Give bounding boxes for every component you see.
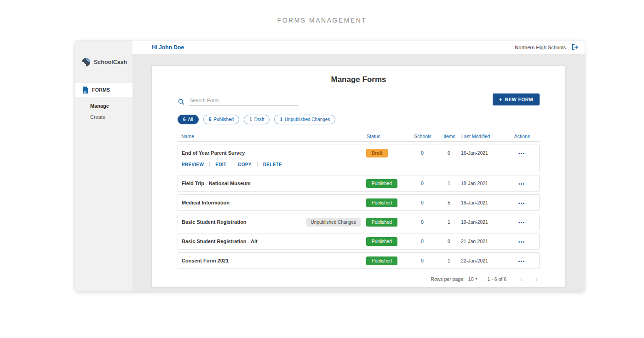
form-name: Consent Form 2021 — [182, 258, 229, 263]
app-window: SchoolCash FORMS Manage Create Hi John D… — [75, 41, 585, 291]
preview-button[interactable]: PREVIEW — [182, 162, 204, 167]
action-divider — [209, 162, 210, 167]
main-column: Hi John Doe Northern High Schools Manage… — [132, 41, 585, 291]
chip-count: 5 — [209, 117, 212, 122]
name-cell: Consent Form 2021 — [182, 258, 366, 263]
schools-count: 0 — [408, 181, 437, 186]
edit-button[interactable]: EDIT — [215, 162, 226, 167]
form-name: Field Trip - National Museum — [182, 181, 251, 186]
row-menu-button[interactable]: ••• — [518, 220, 525, 225]
items-count: 5 — [437, 200, 461, 205]
status-badge: Published — [366, 218, 397, 227]
schools-count: 0 — [408, 258, 437, 263]
status-cell: Published — [366, 237, 408, 246]
name-cell: End of Year Parent Survey — [182, 150, 366, 156]
filter-chip[interactable]: 5 Published — [203, 115, 239, 124]
row-menu-button[interactable]: ••• — [518, 181, 525, 186]
filter-chip[interactable]: 6 All — [178, 115, 199, 124]
sidebar: SchoolCash FORMS Manage Create — [75, 41, 132, 291]
action-divider — [232, 162, 232, 167]
topbar: Hi John Doe Northern High Schools — [132, 41, 585, 54]
manage-forms-card: Manage Forms + NEW FORM 6 — [152, 66, 565, 287]
table-row[interactable]: Medical Information Published 0 5 18-Jan… — [178, 194, 540, 211]
last-modified: 19-Jan-2021 — [461, 219, 508, 225]
next-page-button[interactable]: › — [534, 275, 540, 282]
caret-down-icon: ▾ — [476, 277, 477, 281]
content-area: Manage Forms + NEW FORM 6 — [132, 54, 585, 291]
chip-count: 6 — [183, 117, 186, 122]
forms-icon — [82, 87, 88, 93]
rows-per-page-label: Rows per page: — [431, 276, 465, 282]
school-name: Northern High Schools — [515, 45, 566, 50]
delete-button[interactable]: DELETE — [263, 162, 282, 167]
page-title: FORMS MANAGEMENT — [0, 17, 644, 24]
last-modified: 21-Jan-2021 — [461, 239, 508, 244]
filter-chip[interactable]: 1 Draft — [244, 115, 270, 124]
search-icon — [178, 98, 185, 105]
sidebar-item-create[interactable]: Create — [75, 114, 132, 120]
items-count: 1 — [437, 258, 461, 263]
prev-page-button[interactable]: ‹ — [518, 275, 524, 282]
logout-button[interactable] — [571, 43, 579, 51]
new-form-button-label: NEW FORM — [505, 97, 533, 102]
actions-cell: ••• — [508, 237, 535, 245]
exit-icon — [571, 43, 579, 51]
row-menu-button[interactable]: ••• — [518, 200, 525, 206]
name-cell: Medical Information — [182, 200, 366, 205]
column-header-schools: Schools — [408, 134, 437, 139]
chip-label: Unpublished Changes — [285, 117, 330, 122]
column-header-status: Status — [367, 134, 408, 139]
rows-per-page-value: 10 — [468, 276, 474, 282]
items-count: 0 — [437, 150, 461, 156]
sidebar-item-forms-label: FORMS — [92, 87, 110, 93]
new-form-button[interactable]: + NEW FORM — [493, 93, 540, 105]
sidebar-item-manage[interactable]: Manage — [75, 103, 132, 109]
row-menu-button[interactable]: ••• — [518, 239, 525, 245]
row-menu-button[interactable]: ••• — [518, 151, 525, 156]
plus-icon: + — [499, 97, 502, 102]
items-count: 0 — [437, 239, 461, 244]
name-cell: Basic Student Registration - Alt — [182, 239, 366, 244]
name-cell: Basic Student Registration Unpublished C… — [182, 218, 366, 227]
pagination: Rows per page: 10 ▾ 1 - 6 of 6 ‹ › — [178, 272, 540, 282]
copy-button[interactable]: COPY — [238, 162, 252, 167]
form-name: Basic Student Registration — [182, 219, 247, 225]
table-row[interactable]: Basic Student Registration - Alt Publish… — [178, 233, 540, 250]
chip-label: Draft — [254, 117, 264, 122]
search-input[interactable] — [189, 96, 298, 105]
actions-cell: ••• — [508, 179, 535, 187]
row-action-links: PREVIEWEDITCOPYDELETE — [178, 161, 539, 172]
rows-per-page-select[interactable]: 10 ▾ — [468, 276, 477, 282]
column-header-name: Name — [181, 134, 367, 139]
schools-count: 0 — [408, 239, 437, 244]
sidebar-item-forms[interactable]: FORMS — [75, 83, 132, 97]
last-modified: 16-Jan-2021 — [461, 150, 508, 156]
row-menu-button[interactable]: ••• — [518, 258, 525, 264]
chip-label: Published — [213, 117, 234, 122]
table-row-main: Field Trip - National Museum Published 0… — [178, 175, 539, 191]
table-row[interactable]: End of Year Parent Survey Draft 0 0 16-J… — [178, 145, 540, 172]
chip-count: 1 — [280, 117, 282, 122]
table-row[interactable]: Consent Form 2021 Published 0 1 22-Jan-2… — [178, 252, 540, 269]
name-cell: Field Trip - National Museum — [182, 181, 366, 186]
chip-label: All — [188, 117, 193, 122]
search-box — [178, 96, 298, 105]
brand: SchoolCash — [75, 41, 132, 67]
action-divider — [257, 162, 258, 167]
filter-chips: 6 All 5 Published 1 Draft 1 Unpublished … — [178, 115, 540, 124]
table-row-main: End of Year Parent Survey Draft 0 0 16-J… — [178, 145, 539, 161]
status-badge: Published — [366, 179, 397, 188]
card-title: Manage Forms — [178, 75, 540, 84]
filter-chip[interactable]: 1 Unpublished Changes — [274, 115, 335, 124]
column-header-last-modified: Last Modified — [461, 134, 508, 139]
form-name: Medical Information — [182, 200, 230, 205]
actions-cell: ••• — [508, 256, 535, 265]
items-count: 1 — [437, 181, 461, 186]
table-row[interactable]: Field Trip - National Museum Published 0… — [178, 175, 540, 192]
status-cell: Published — [366, 256, 408, 265]
items-count: 1 — [437, 219, 461, 225]
table-row[interactable]: Basic Student Registration Unpublished C… — [178, 214, 540, 230]
status-badge: Published — [366, 256, 397, 265]
actions-cell: ••• — [508, 218, 535, 226]
table-row-main: Medical Information Published 0 5 18-Jan… — [178, 195, 539, 210]
